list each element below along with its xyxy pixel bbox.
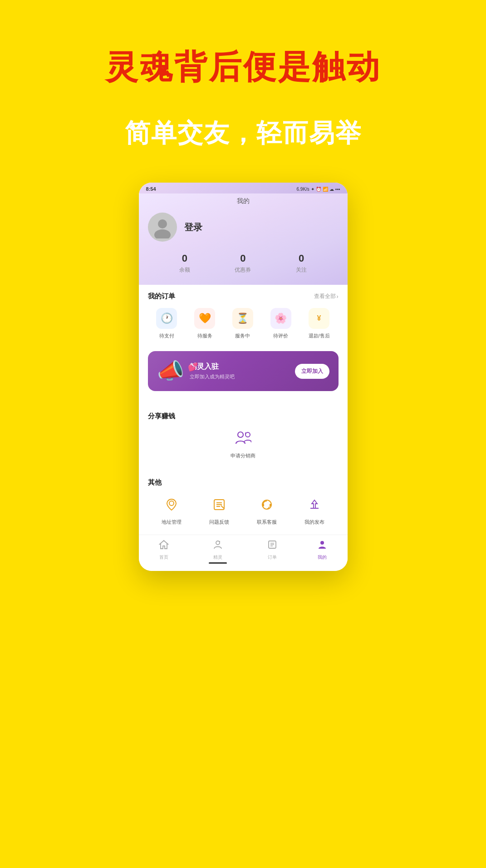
svg-point-4 xyxy=(169,501,174,506)
home-label: 首页 xyxy=(159,554,168,560)
orders-title: 我的订单 xyxy=(148,292,175,301)
nav-indicator xyxy=(209,562,227,564)
mine-icon xyxy=(317,540,327,552)
status-bar: 8:54 6.9K/s ✦ ⏰ 📶 ☁ ▪▪▪ xyxy=(139,183,348,193)
share-item[interactable]: 申请分销商 xyxy=(148,428,339,459)
banner[interactable]: 📣 💕 精灵入驻 立即加入成为精灵吧 立即加入 xyxy=(148,351,339,391)
svg-point-3 xyxy=(245,432,250,437)
status-time: 8:54 xyxy=(146,186,156,192)
bottom-nav: 首页 精灵 订单 xyxy=(139,535,348,571)
refund-label: 退款/售后 xyxy=(309,332,330,339)
customer-service-item[interactable]: 联系客服 xyxy=(256,494,277,526)
feedback-item[interactable]: 问题反馈 xyxy=(209,494,230,526)
svg-point-2 xyxy=(238,432,243,437)
signal-icon: 📶 xyxy=(323,187,328,192)
nav-home[interactable]: 首页 xyxy=(159,540,169,564)
my-publish-item[interactable]: 我的发布 xyxy=(304,494,325,526)
view-all-button[interactable]: 查看全部 › xyxy=(314,293,339,300)
spirit-icon xyxy=(213,540,223,552)
other-title: 其他 xyxy=(148,478,162,487)
order-pending-service[interactable]: 🧡 待服务 xyxy=(194,308,215,339)
publish-icon xyxy=(304,494,325,515)
profile-header: 我的 登录 0 余额 0 优惠券 0 关注 xyxy=(139,193,348,285)
alarm-icon: ⏰ xyxy=(316,187,321,192)
battery-icon: ▪▪▪ xyxy=(335,187,340,192)
order-icon xyxy=(267,540,277,552)
pending-pay-icon: 🕐 xyxy=(156,308,177,329)
share-header: 分享赚钱 xyxy=(148,412,339,421)
other-grid: 地址管理 问题反馈 xyxy=(148,494,339,526)
pending-pay-label: 待支付 xyxy=(159,332,174,339)
follow-label: 关注 xyxy=(296,266,307,274)
spirit-label: 精灵 xyxy=(213,554,222,560)
balance-value: 0 xyxy=(182,253,187,264)
orders-header: 我的订单 查看全部 › xyxy=(148,292,339,301)
share-title: 分享赚钱 xyxy=(148,412,175,421)
nav-mine[interactable]: 我的 xyxy=(317,540,327,564)
svg-point-1 xyxy=(154,229,171,238)
stat-balance: 0 余额 xyxy=(179,253,190,274)
svg-rect-11 xyxy=(270,504,271,506)
hearts-decoration: 💕 xyxy=(188,362,198,372)
banner-mascot-icon: 📣 💕 xyxy=(157,358,184,384)
publish-label: 我的发布 xyxy=(304,519,324,526)
feedback-icon xyxy=(209,494,230,515)
address-icon xyxy=(161,494,182,515)
svg-point-0 xyxy=(158,219,167,228)
svg-point-14 xyxy=(320,541,324,545)
follow-value: 0 xyxy=(299,253,304,264)
nav-spirit[interactable]: 精灵 xyxy=(209,540,227,564)
svg-point-12 xyxy=(216,541,220,545)
order-in-service[interactable]: ⏳ 服务中 xyxy=(232,308,253,339)
profile-section[interactable]: 登录 xyxy=(148,213,339,242)
distributor-icon xyxy=(233,428,254,449)
svg-rect-10 xyxy=(262,504,264,506)
status-icons: 6.9K/s ✦ ⏰ 📶 ☁ ▪▪▪ xyxy=(297,187,340,192)
feedback-label: 问题反馈 xyxy=(209,519,229,526)
address-label: 地址管理 xyxy=(162,519,182,526)
coupon-label: 优惠券 xyxy=(235,266,251,274)
avatar-icon xyxy=(151,216,174,238)
mine-label: 我的 xyxy=(318,554,327,560)
refund-icon: ¥ xyxy=(309,308,329,329)
wifi-icon: ☁ xyxy=(329,187,334,192)
nav-order[interactable]: 订单 xyxy=(267,540,277,564)
order-pending-review[interactable]: 🌸 待评价 xyxy=(270,308,291,339)
customer-service-label: 联系客服 xyxy=(257,519,277,526)
banner-subtitle: 立即加入成为精灵吧 xyxy=(190,373,235,380)
stat-coupon: 0 优惠券 xyxy=(235,253,251,274)
pending-review-icon: 🌸 xyxy=(270,308,291,329)
address-item[interactable]: 地址管理 xyxy=(161,494,182,526)
bluetooth-icon: ✦ xyxy=(311,187,314,192)
banner-join-button[interactable]: 立即加入 xyxy=(295,364,329,379)
other-section: 其他 地址管理 xyxy=(139,471,348,535)
in-service-icon: ⏳ xyxy=(232,308,253,329)
view-all-label: 查看全部 xyxy=(314,293,336,300)
customer-service-icon xyxy=(256,494,277,515)
orders-row: 🕐 待支付 🧡 待服务 ⏳ 服务中 🌸 待评价 ¥ 退款/售后 xyxy=(148,308,339,339)
avatar[interactable] xyxy=(148,213,177,242)
pending-service-label: 待服务 xyxy=(197,332,212,339)
orders-section: 我的订单 查看全部 › 🕐 待支付 🧡 待服务 ⏳ 服务中 🌸 待评价 xyxy=(139,285,348,347)
pending-review-label: 待评价 xyxy=(273,332,288,339)
phone-mockup: 8:54 6.9K/s ✦ ⏰ 📶 ☁ ▪▪▪ 我的 登录 0 余额 xyxy=(139,183,348,571)
chevron-right-icon: › xyxy=(337,293,339,300)
share-item-label: 申请分销商 xyxy=(231,452,255,459)
in-service-label: 服务中 xyxy=(235,332,250,339)
coupon-value: 0 xyxy=(240,253,245,264)
order-refund[interactable]: ¥ 退款/售后 xyxy=(309,308,330,339)
share-section: 分享赚钱 申请分销商 xyxy=(139,405,348,466)
pending-service-icon: 🧡 xyxy=(194,308,215,329)
banner-left: 📣 💕 精灵入驻 立即加入成为精灵吧 xyxy=(157,358,235,384)
order-pending-pay[interactable]: 🕐 待支付 xyxy=(156,308,177,339)
other-header: 其他 xyxy=(148,478,339,487)
home-icon xyxy=(159,540,169,552)
page-title: 我的 xyxy=(148,197,339,205)
login-label[interactable]: 登录 xyxy=(184,221,202,233)
hero-subtitle: 简单交友，轻而易举 xyxy=(125,116,362,151)
order-label: 订单 xyxy=(268,554,277,560)
balance-label: 余额 xyxy=(179,266,190,274)
stats-row: 0 余额 0 优惠券 0 关注 xyxy=(148,253,339,274)
network-speed: 6.9K/s xyxy=(297,187,309,192)
hero-title: 灵魂背后便是触动 xyxy=(105,45,381,89)
